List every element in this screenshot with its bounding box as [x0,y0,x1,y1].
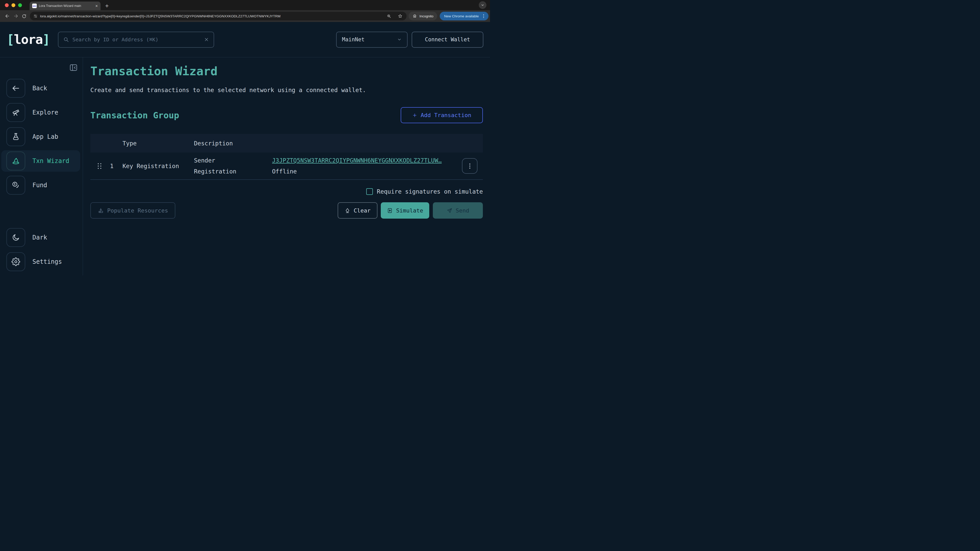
update-label: New Chrome available [444,14,479,18]
simulate-button[interactable]: Simulate [381,202,429,219]
sidebar-item-txn-wizard[interactable]: Txn Wizard [1,150,80,171]
zoom-page-icon[interactable] [385,14,393,18]
site-settings-icon[interactable] [33,14,38,18]
registration-value: Offline [272,168,462,175]
row-menu-button[interactable] [462,158,477,174]
drag-handle-dots-icon [98,163,110,169]
transaction-group-title: Transaction Group [90,110,179,121]
browser-window: [ak] Lora Transaction Wizard main ✕ + lo… [0,0,490,275]
sidebar-item-theme-dark[interactable]: Dark [0,228,83,247]
incognito-label: Incognito [419,14,433,18]
sidebar-item-label: Explore [32,109,58,116]
send-button[interactable]: Send [433,202,483,219]
table-header-row: Type Description [90,134,483,152]
sidebar-item-fund[interactable]: Fund [0,176,83,195]
tab-strip: [ak] Lora Transaction Wizard main ✕ + [0,0,490,10]
row-menu-cell [462,158,483,174]
clear-button[interactable]: Clear [338,202,377,219]
search-icon [63,37,69,42]
sender-address-link[interactable]: J3JPZTQ5NSW3TARRC2QIYPGNWNH6NEYGGNXXKODL… [272,157,462,164]
actions-row: Populate Resources Clear Simulate Send [90,202,483,219]
search-clear-icon[interactable] [204,37,209,42]
reload-icon[interactable] [20,12,28,21]
bookmark-star-icon[interactable] [396,14,404,18]
download-tray-icon [98,207,104,213]
sidebar-item-label: Settings [32,258,62,265]
transaction-table: Type Description 1 Key Registration Send… [90,134,483,180]
simulate-label: Simulate [396,207,423,214]
transaction-group-header: Transaction Group Add Transaction [90,107,483,123]
tab-close-icon[interactable]: ✕ [95,4,98,8]
connect-wallet-label: Connect Wallet [425,37,470,43]
chevron-down-icon [397,37,402,42]
close-window-button[interactable] [5,3,9,7]
sidebar: Back Explore App Lab [0,57,83,275]
require-signatures-label: Require signatures on simulate [377,188,483,195]
require-signatures-checkbox[interactable] [366,188,373,195]
back-icon[interactable] [3,12,11,21]
play-screen-icon [387,208,393,213]
lora-app: [lora] MainNet Connect Wallet [0,22,490,275]
send-plane-icon [447,208,452,213]
connect-wallet-button[interactable]: Connect Wallet [412,32,484,48]
plus-icon [412,113,417,118]
sidebar-footer: Dark Settings [0,228,83,275]
drag-handle[interactable] [90,163,110,169]
global-search[interactable] [58,32,214,48]
sidebar-item-label: Back [32,85,47,92]
arrow-left-icon [6,79,25,98]
incognito-icon [412,14,417,18]
logo-word: lora [14,32,42,47]
minimize-window-button[interactable] [11,3,15,7]
sidebar-item-explore[interactable]: Explore [0,103,83,122]
sidebar-item-settings[interactable]: Settings [0,252,83,271]
page-title: Transaction Wizard [90,64,483,78]
column-header-description: Description [194,140,233,147]
telescope-icon [6,103,25,122]
row-type: Key Registration [123,163,194,169]
moon-icon [6,228,25,247]
coins-icon [6,176,25,195]
network-selector[interactable]: MainNet [336,32,407,48]
traffic-lights [5,3,22,7]
flask-icon [6,127,25,146]
main-content: Transaction Wizard Create and send trans… [83,57,490,275]
logo-close-bracket: ] [43,32,50,47]
clear-label: Clear [354,207,371,214]
gear-icon [6,252,25,271]
new-tab-button[interactable]: + [105,3,109,9]
browser-menu-kebab-icon [482,14,485,18]
chrome-update-button[interactable]: New Chrome available [440,12,488,21]
eraser-icon [345,208,350,213]
sidebar-collapse-icon[interactable] [69,63,78,72]
incognito-badge: Incognito [409,12,437,21]
row-index: 1 [110,163,123,169]
sidebar-item-app-lab[interactable]: App Lab [0,127,83,146]
tab-title: Lora Transaction Wizard main [39,4,93,8]
add-transaction-button[interactable]: Add Transaction [401,107,483,123]
forward-icon[interactable] [11,12,20,21]
add-transaction-label: Add Transaction [421,112,471,118]
populate-resources-button[interactable]: Populate Resources [90,202,175,219]
search-input[interactable] [73,37,200,43]
app-header: [lora] MainNet Connect Wallet [0,22,490,57]
table-row: 1 Key Registration Sender J3JPZTQ5NSW3TA… [90,152,483,180]
address-bar[interactable]: lora.algokit.io/mainnet/transaction-wiza… [30,12,407,21]
app-body: Back Explore App Lab [0,57,490,275]
row-description: Sender J3JPZTQ5NSW3TARRC2QIYPGNWNH6NEYGG… [194,152,462,179]
kebab-icon [469,163,471,169]
populate-resources-label: Populate Resources [107,207,168,214]
sidebar-item-label: App Lab [32,133,58,140]
browser-tab[interactable]: [ak] Lora Transaction Wizard main ✕ [30,2,100,10]
sidebar-item-back[interactable]: Back [0,79,83,98]
tab-search-chevron-icon[interactable] [479,1,487,9]
field-label-sender: Sender [194,157,272,164]
simulate-options-row: Require signatures on simulate [90,188,483,195]
lora-logo[interactable]: [lora] [6,32,50,47]
sidebar-item-label: Txn Wizard [32,157,69,165]
sidebar-item-label: Dark [32,234,47,241]
page-subtitle: Create and send transactions to the sele… [90,87,483,94]
zoom-window-button[interactable] [18,3,22,7]
browser-toolbar: lora.algokit.io/mainnet/transaction-wiza… [0,10,490,22]
logo-open-bracket: [ [6,32,14,47]
